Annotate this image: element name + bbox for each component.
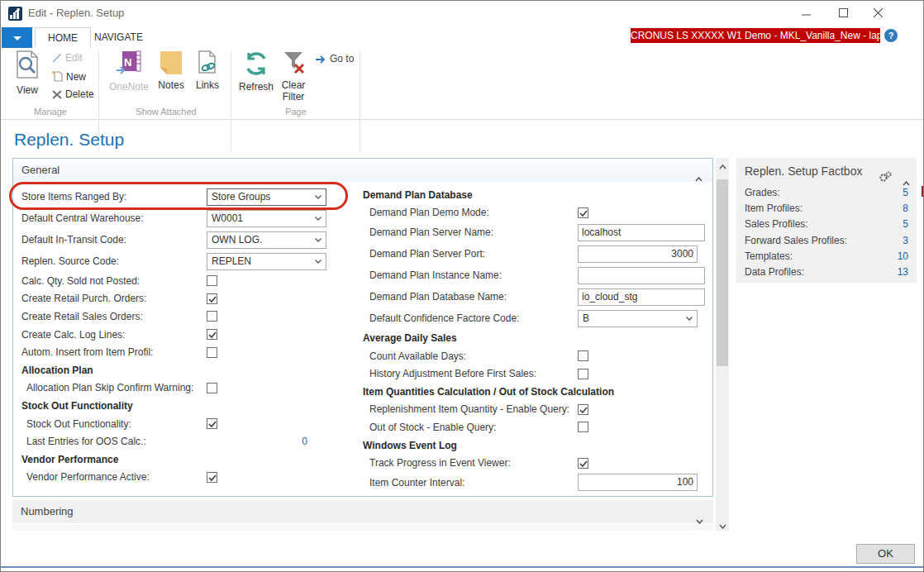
text-input[interactable] bbox=[578, 267, 705, 284]
factbox-collapse-chevron-icon[interactable] bbox=[903, 169, 910, 195]
text-input[interactable]: 3000 bbox=[578, 245, 698, 263]
links-icon bbox=[198, 50, 217, 75]
close-button[interactable] bbox=[864, 3, 892, 23]
group-subheader: Average Daily Sales bbox=[363, 332, 457, 344]
links-button[interactable]: Links bbox=[189, 50, 226, 91]
dropdown-value: Store Groups bbox=[212, 189, 270, 205]
clear-filter-button[interactable]: ClearFilter bbox=[277, 50, 310, 102]
dropdown-triangle-icon bbox=[13, 36, 21, 41]
factbox-value[interactable]: 3 bbox=[903, 235, 908, 246]
field-label: Count Available Days: bbox=[363, 350, 466, 362]
field-label: Create Retail Sales Orders: bbox=[21, 311, 143, 322]
factbox-row: Data Profiles:13 bbox=[736, 264, 917, 279]
scroll-up-icon[interactable] bbox=[716, 158, 729, 171]
checkbox[interactable] bbox=[207, 293, 217, 304]
delete-button[interactable]: Delete bbox=[52, 88, 94, 100]
dropdown[interactable]: REPLEN bbox=[207, 253, 326, 270]
vertical-scrollbar[interactable] bbox=[716, 158, 729, 531]
dropdown[interactable]: W0001 bbox=[207, 210, 326, 227]
app-icon bbox=[8, 7, 22, 21]
field-value[interactable]: 0 bbox=[207, 436, 307, 447]
field-label: Stock Out Functionality: bbox=[21, 418, 131, 430]
factbox-value[interactable]: 13 bbox=[898, 266, 908, 278]
field-row: Replen. Source Code:REPLEN bbox=[21, 250, 352, 272]
checkbox[interactable] bbox=[578, 422, 588, 432]
checkbox[interactable] bbox=[207, 347, 217, 358]
field-label: Replenishment Item Quantity - Enable Que… bbox=[363, 403, 569, 415]
field-label: Calc. Qty. Sold not Posted: bbox=[21, 275, 140, 287]
ribbon-separator bbox=[360, 50, 360, 151]
checkbox[interactable] bbox=[207, 472, 217, 483]
field-label: Demand Plan Database Name: bbox=[363, 291, 507, 303]
general-left-column: Store Items Ranged By:Store GroupsDefaul… bbox=[21, 186, 352, 486]
ok-button[interactable]: OK bbox=[856, 544, 915, 564]
field-label: Replen. Source Code: bbox=[21, 255, 119, 267]
checkbox[interactable] bbox=[207, 329, 217, 340]
field-row: Track Progress in Event Viewer: bbox=[363, 454, 710, 472]
help-icon[interactable]: ? bbox=[884, 29, 898, 42]
minimize-button[interactable] bbox=[792, 3, 820, 23]
text-input[interactable]: localhost bbox=[578, 224, 705, 241]
checkbox[interactable] bbox=[207, 275, 217, 286]
window-title: Edit - Replen. Setup bbox=[28, 1, 124, 26]
dropdown[interactable]: B bbox=[578, 310, 698, 327]
checkbox[interactable] bbox=[578, 404, 588, 415]
checkmark-icon bbox=[207, 420, 218, 429]
window-bottom-edge bbox=[1, 566, 924, 568]
text-input[interactable]: 100 bbox=[578, 474, 698, 491]
field-row: Stock Out Functionality: bbox=[21, 415, 352, 433]
goto-button[interactable]: Go to bbox=[315, 53, 354, 64]
factbox-header[interactable]: Replen. Setup Factbox bbox=[736, 158, 917, 184]
checkmark-icon bbox=[579, 460, 589, 469]
scroll-down-icon[interactable] bbox=[716, 517, 729, 531]
general-right-column: Demand Plan DatabaseDemand Plan Demo Mod… bbox=[363, 186, 710, 493]
factbox-panel: Replen. Setup Factbox Grades:5Item Profi… bbox=[736, 158, 917, 283]
view-button[interactable]: View bbox=[11, 50, 44, 96]
checkbox[interactable] bbox=[207, 311, 217, 322]
general-fasttab-header[interactable]: General bbox=[13, 159, 712, 182]
ribbon-separator bbox=[231, 50, 231, 151]
field-label: Track Progress in Event Viewer: bbox=[363, 457, 511, 469]
field-label: History Adjustment Before First Sales: bbox=[363, 368, 536, 379]
field-label: Allocation Plan Skip Confirm Warning: bbox=[21, 382, 193, 393]
refresh-button[interactable]: Refresh bbox=[236, 50, 277, 93]
scrollbar-thumb[interactable] bbox=[717, 179, 728, 366]
field-label: Create Retail Purch. Orders: bbox=[21, 293, 146, 304]
factbox-label: Grades: bbox=[745, 187, 780, 198]
dropdown-value: REPLEN bbox=[212, 254, 251, 269]
application-menu-button[interactable] bbox=[2, 27, 32, 48]
factbox-value[interactable]: 8 bbox=[903, 203, 908, 214]
checkbox[interactable] bbox=[578, 350, 588, 361]
group-subheader: Allocation Plan bbox=[21, 365, 93, 376]
checkbox[interactable] bbox=[578, 207, 588, 218]
checkbox[interactable] bbox=[207, 383, 217, 393]
numbering-fasttab-header[interactable]: Numbering bbox=[12, 500, 713, 523]
checkbox[interactable] bbox=[578, 458, 588, 469]
delete-icon bbox=[52, 90, 62, 99]
field-row: Create Retail Purch. Orders: bbox=[21, 290, 352, 308]
field-row: Autom. Insert from Item Profil: bbox=[21, 343, 352, 361]
field-row: Demand Plan Database Name:io_cloud_stg bbox=[363, 286, 710, 307]
factbox-label: Sales Profiles: bbox=[745, 218, 808, 230]
checkbox[interactable] bbox=[578, 369, 588, 379]
dropdown[interactable]: OWN LOG. bbox=[207, 231, 326, 249]
field-label: Store Items Ranged By: bbox=[21, 191, 126, 203]
factbox-value[interactable]: 10 bbox=[898, 250, 908, 262]
notes-button[interactable]: Notes bbox=[153, 50, 189, 91]
gear-icon[interactable] bbox=[879, 165, 892, 192]
text-input[interactable]: io_cloud_stg bbox=[578, 288, 705, 306]
factbox-value[interactable]: 5 bbox=[903, 218, 908, 230]
chevron-down-icon bbox=[686, 317, 693, 321]
new-button[interactable]: * New bbox=[52, 70, 86, 83]
dropdown[interactable]: Store Groups bbox=[207, 188, 326, 206]
tab-navigate[interactable]: NAVIGATE bbox=[82, 27, 155, 48]
app-window: Edit - Replen. Setup HOME NAVIGATE CRONU… bbox=[0, 0, 924, 572]
field-row: Stock Out Functionality bbox=[21, 397, 352, 415]
fasttab-strip bbox=[12, 524, 713, 531]
company-banner: CRONUS LS XXXXX W1 Demo - MKL_Vanilla_Ne… bbox=[631, 28, 880, 43]
checkmark-icon bbox=[207, 295, 218, 304]
maximize-button[interactable] bbox=[829, 3, 857, 23]
chevron-down-icon bbox=[315, 238, 321, 242]
field-row: Default Central Warehouse:W0001 bbox=[21, 207, 352, 229]
checkbox[interactable] bbox=[207, 418, 217, 429]
